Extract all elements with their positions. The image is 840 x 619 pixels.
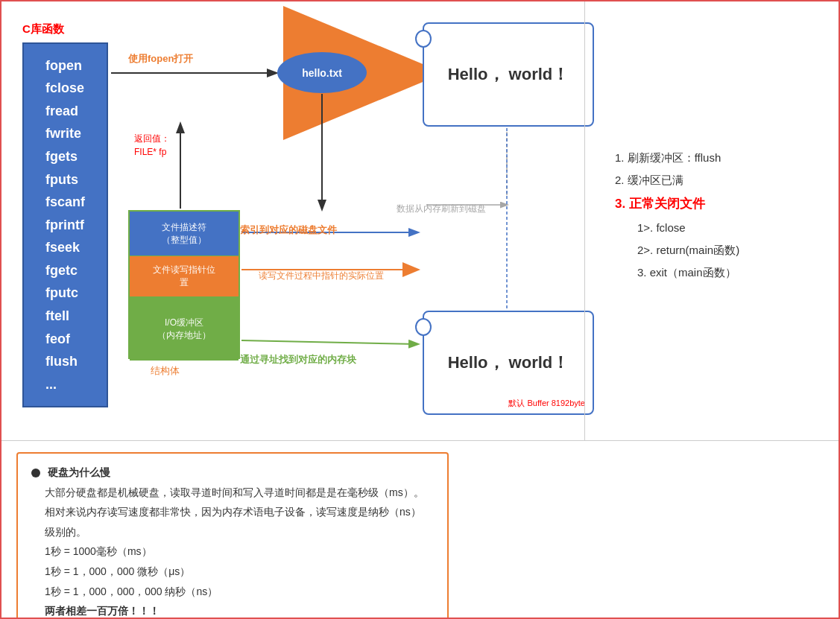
memory-label: 通过寻址找到对应的内存块 bbox=[240, 353, 356, 366]
bottom-note-box: 硬盘为什么慢 大部分硬盘都是机械硬盘，读取寻道时间和写入寻道时间都是是在毫秒级（… bbox=[16, 452, 449, 619]
right-note-1: 1. 刷新缓冲区：fflush bbox=[615, 147, 824, 169]
bottom-title: 硬盘为什么慢 bbox=[48, 466, 110, 478]
right-divider bbox=[584, 1, 586, 440]
right-note-5: 2>. return(main函数) bbox=[615, 239, 824, 261]
bottom-line2: 相对来说内存读写速度都非常快，因为内存术语电子设备，读写速度是纳秒（ns） bbox=[31, 502, 434, 522]
return-value-label: 返回值： FILE* fp bbox=[134, 132, 170, 159]
c-lib-box: fopenfclosefreadfwritefgetsfputsfscanffp… bbox=[22, 42, 108, 407]
file-struct-box: 文件描述符（整型值） 文件读写指针位置 I/O缓冲区（内存地址） bbox=[128, 210, 240, 359]
scroll-doc-top: Hello， world！ bbox=[423, 22, 594, 127]
doc-bottom-text: Hello， world！ bbox=[448, 352, 569, 374]
data-flow-label: 数据从内存刷新到磁盘 bbox=[397, 203, 486, 215]
hello-txt-ellipse: hello.txt bbox=[277, 52, 367, 93]
bottom-line3: 级别的。 bbox=[31, 522, 434, 542]
bullet-icon bbox=[31, 469, 40, 477]
bottom-line4: 1秒 = 1000毫秒（ms） bbox=[31, 542, 434, 562]
c-lib-label: C库函数 bbox=[22, 22, 64, 36]
right-note-3: 3. 正常关闭文件 bbox=[615, 191, 824, 217]
doc-box-bottom: Hello， world！ 默认 Buffer 8192byte bbox=[423, 311, 594, 415]
right-notes: 1. 刷新缓冲区：fflush 2. 缓冲区已满 3. 正常关闭文件 1>. f… bbox=[615, 147, 824, 284]
struct-rw-row: 文件读写指针位置 bbox=[130, 256, 239, 297]
rw-label: 读写文件过程中指针的实际位置 bbox=[259, 270, 384, 282]
doc-box-top: Hello， world！ bbox=[423, 22, 594, 127]
struct-label: 结构体 bbox=[151, 364, 180, 378]
top-diagram-section: C库函数 fopenfclosefreadfwritefgetsfputsfsc… bbox=[1, 1, 839, 441]
bottom-line6: 1秒 = 1，000，000，000 纳秒（ns） bbox=[31, 582, 434, 602]
bottom-section: 硬盘为什么慢 大部分硬盘都是机械硬盘，读取寻道时间和写入寻道时间都是是在毫秒级（… bbox=[1, 441, 839, 618]
right-note-4: 1>. fclose bbox=[615, 217, 824, 239]
struct-io-row: I/O缓冲区（内存地址） bbox=[130, 297, 239, 361]
bottom-line5: 1秒 = 1，000，000 微秒（μs） bbox=[31, 562, 434, 582]
fopen-label: 使用fopen打开 bbox=[128, 52, 193, 66]
bottom-bullet-line: 硬盘为什么慢 bbox=[31, 463, 434, 483]
struct-desc-row: 文件描述符（整型值） bbox=[130, 212, 239, 256]
right-note-2: 2. 缓冲区已满 bbox=[615, 169, 824, 191]
svg-line-8 bbox=[241, 340, 417, 344]
bottom-line1: 大部分硬盘都是机械硬盘，读取寻道时间和写入寻道时间都是是在毫秒级（ms）。 bbox=[31, 483, 434, 503]
right-note-6: 3. exit（main函数） bbox=[615, 261, 824, 284]
doc-top-text: Hello， world！ bbox=[448, 63, 569, 86]
c-lib-functions: fopenfclosefreadfwritefgetsfputsfscanffp… bbox=[45, 54, 85, 396]
index-label: 索引到对应的磁盘文件 bbox=[240, 223, 337, 237]
doc-bottom-label: 默认 Buffer 8192byte bbox=[508, 398, 585, 409]
scroll-doc-bottom: Hello， world！ 默认 Buffer 8192byte bbox=[423, 311, 594, 415]
bottom-line7: 两者相差一百万倍！！！ bbox=[31, 601, 434, 619]
